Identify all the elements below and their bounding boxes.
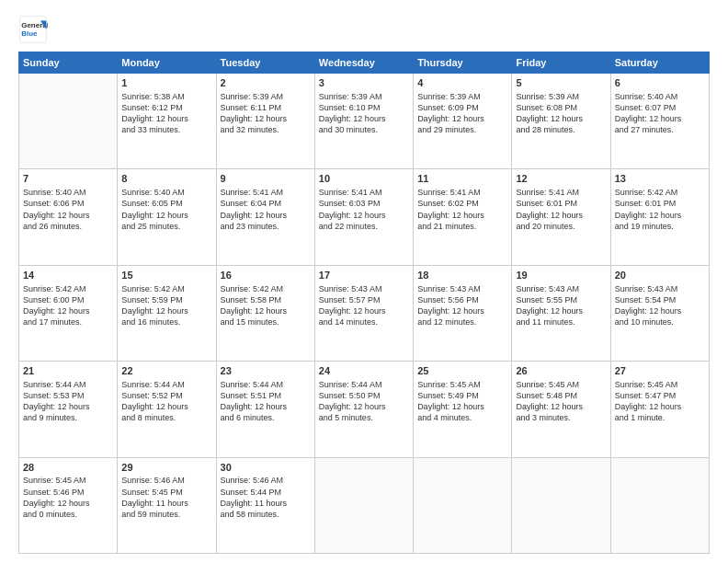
cell-info-line: Sunrise: 5:40 AM <box>121 187 211 198</box>
calendar-cell: 19Sunrise: 5:43 AMSunset: 5:55 PMDayligh… <box>512 265 610 361</box>
day-number: 2 <box>221 76 311 90</box>
week-row-2: 7Sunrise: 5:40 AMSunset: 6:06 PMDaylight… <box>19 169 710 265</box>
cell-info-line: Daylight: 12 hours <box>319 210 409 221</box>
cell-info-line: Sunrise: 5:41 AM <box>319 187 409 198</box>
cell-info-line: Sunrise: 5:45 AM <box>516 379 606 390</box>
page: General Blue SundayMondayTuesdayWednesda… <box>0 0 728 563</box>
cell-info-line: Sunrise: 5:38 AM <box>121 91 211 102</box>
cell-info-line: Sunset: 5:51 PM <box>221 390 311 401</box>
cell-info-line: and 17 minutes. <box>23 316 113 327</box>
cell-info-line: Sunset: 6:02 PM <box>417 198 507 209</box>
calendar-cell: 21Sunrise: 5:44 AMSunset: 5:53 PMDayligh… <box>19 362 118 457</box>
calendar-cell: 23Sunrise: 5:44 AMSunset: 5:51 PMDayligh… <box>216 362 314 457</box>
cell-info-line: and 12 minutes. <box>417 316 507 327</box>
cell-info-line: and 0 minutes. <box>23 509 113 520</box>
cell-info-line: Daylight: 12 hours <box>221 305 311 316</box>
cell-info-line: and 32 minutes. <box>221 124 311 135</box>
cell-info-line: Sunset: 6:00 PM <box>23 294 113 305</box>
cell-info-line: Sunset: 5:58 PM <box>221 294 311 305</box>
cell-info-line: Sunrise: 5:43 AM <box>417 283 507 294</box>
cell-info-line: Sunset: 5:52 PM <box>121 390 211 401</box>
cell-info-line: Daylight: 12 hours <box>615 305 705 316</box>
cell-info-line: Daylight: 12 hours <box>319 401 409 412</box>
cell-info-line: and 25 minutes. <box>121 221 211 232</box>
cell-info-line: Sunrise: 5:46 AM <box>221 475 311 486</box>
calendar-cell: 27Sunrise: 5:45 AMSunset: 5:47 PMDayligh… <box>610 362 709 457</box>
cell-info-line: Sunset: 6:03 PM <box>319 198 409 209</box>
cell-info-line: Sunset: 5:45 PM <box>121 487 211 498</box>
calendar-cell: 25Sunrise: 5:45 AMSunset: 5:49 PMDayligh… <box>414 362 512 457</box>
cell-info-line: Sunset: 5:46 PM <box>23 487 113 498</box>
day-number: 19 <box>516 269 606 282</box>
day-number: 12 <box>516 172 606 186</box>
calendar-cell <box>19 74 118 169</box>
day-number: 7 <box>23 172 113 186</box>
cell-info-line: Sunset: 6:10 PM <box>319 102 409 113</box>
weekday-friday: Friday <box>512 52 610 74</box>
calendar-cell: 13Sunrise: 5:42 AMSunset: 6:01 PMDayligh… <box>610 169 709 265</box>
day-number: 24 <box>319 364 409 378</box>
cell-info-line: Sunset: 5:53 PM <box>23 390 113 401</box>
day-number: 3 <box>319 76 409 90</box>
cell-info-line: Sunset: 5:44 PM <box>221 487 311 498</box>
cell-info-line: and 29 minutes. <box>417 124 507 135</box>
cell-info-line: Sunrise: 5:44 AM <box>121 379 211 390</box>
cell-info-line: Sunset: 5:54 PM <box>615 294 705 305</box>
cell-info-line: Sunrise: 5:42 AM <box>221 283 311 294</box>
cell-info-line: and 15 minutes. <box>221 316 311 327</box>
cell-info-line: Daylight: 12 hours <box>417 210 507 221</box>
cell-info-line: Sunrise: 5:44 AM <box>221 379 311 390</box>
week-row-4: 21Sunrise: 5:44 AMSunset: 5:53 PMDayligh… <box>19 362 710 457</box>
cell-info-line: and 20 minutes. <box>516 221 606 232</box>
calendar-cell: 5Sunrise: 5:39 AMSunset: 6:08 PMDaylight… <box>512 74 610 169</box>
cell-info-line: Sunset: 6:07 PM <box>615 102 705 113</box>
cell-info-line: and 19 minutes. <box>615 221 705 232</box>
day-number: 21 <box>23 364 113 378</box>
logo-icon: General Blue <box>18 15 48 44</box>
calendar-cell: 7Sunrise: 5:40 AMSunset: 6:06 PMDaylight… <box>19 169 118 265</box>
week-row-1: 1Sunrise: 5:38 AMSunset: 6:12 PMDaylight… <box>19 74 710 169</box>
cell-info-line: and 4 minutes. <box>417 412 507 423</box>
cell-info-line: Daylight: 11 hours <box>221 498 311 509</box>
cell-info-line: Daylight: 12 hours <box>23 305 113 316</box>
calendar-cell: 8Sunrise: 5:40 AMSunset: 6:05 PMDaylight… <box>118 169 216 265</box>
cell-info-line: Daylight: 12 hours <box>221 210 311 221</box>
cell-info-line: Sunrise: 5:39 AM <box>221 91 311 102</box>
cell-info-line: Sunrise: 5:45 AM <box>615 379 705 390</box>
cell-info-line: and 11 minutes. <box>516 316 606 327</box>
day-number: 22 <box>121 364 211 378</box>
cell-info-line: Daylight: 12 hours <box>319 113 409 124</box>
day-number: 1 <box>121 76 211 90</box>
cell-info-line: Sunset: 5:55 PM <box>516 294 606 305</box>
calendar-cell: 22Sunrise: 5:44 AMSunset: 5:52 PMDayligh… <box>118 362 216 457</box>
cell-info-line: Sunset: 6:01 PM <box>516 198 606 209</box>
weekday-wednesday: Wednesday <box>314 52 413 74</box>
cell-info-line: Sunrise: 5:44 AM <box>319 379 409 390</box>
day-number: 18 <box>417 269 507 282</box>
weekday-tuesday: Tuesday <box>216 52 314 74</box>
cell-info-line: and 14 minutes. <box>319 316 409 327</box>
cell-info-line: Sunrise: 5:43 AM <box>516 283 606 294</box>
cell-info-line: Sunset: 5:48 PM <box>516 390 606 401</box>
weekday-thursday: Thursday <box>414 52 512 74</box>
day-number: 14 <box>23 269 113 282</box>
cell-info-line: Sunrise: 5:43 AM <box>615 283 705 294</box>
logo: General Blue <box>18 15 48 44</box>
weekday-header-row: SundayMondayTuesdayWednesdayThursdayFrid… <box>19 52 710 74</box>
cell-info-line: Sunrise: 5:43 AM <box>319 283 409 294</box>
cell-info-line: Daylight: 12 hours <box>23 498 113 509</box>
cell-info-line: and 33 minutes. <box>121 124 211 135</box>
svg-text:Blue: Blue <box>21 29 38 38</box>
cell-info-line: Daylight: 12 hours <box>516 113 606 124</box>
calendar-cell: 2Sunrise: 5:39 AMSunset: 6:11 PMDaylight… <box>216 74 314 169</box>
cell-info-line: Daylight: 12 hours <box>121 401 211 412</box>
cell-info-line: and 1 minute. <box>615 412 705 423</box>
cell-info-line: Sunrise: 5:42 AM <box>615 187 705 198</box>
cell-info-line: Sunset: 6:12 PM <box>121 102 211 113</box>
cell-info-line: Sunset: 6:06 PM <box>23 198 113 209</box>
cell-info-line: Sunrise: 5:44 AM <box>23 379 113 390</box>
cell-info-line: Sunset: 6:09 PM <box>417 102 507 113</box>
day-number: 28 <box>23 461 113 475</box>
cell-info-line: Daylight: 12 hours <box>23 210 113 221</box>
cell-info-line: Sunrise: 5:45 AM <box>417 379 507 390</box>
